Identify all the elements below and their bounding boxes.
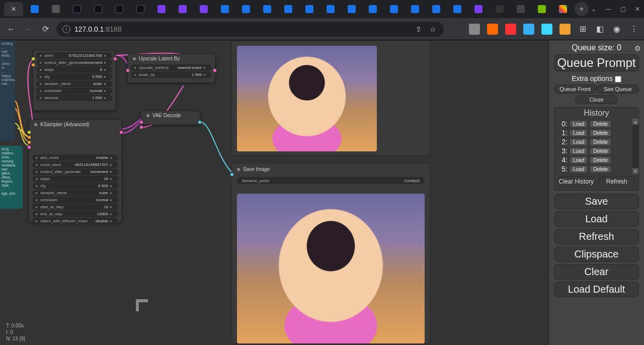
site-info-icon[interactable]: i — [62, 25, 70, 33]
tab[interactable] — [46, 2, 65, 16]
extension-icon[interactable] — [541, 24, 552, 35]
node-widget[interactable]: ◂control_after_generateincrement▸ — [32, 168, 118, 175]
tab[interactable] — [300, 2, 319, 16]
history-load-button[interactable]: Load — [570, 147, 588, 155]
node-widget[interactable]: ◂noise_seed462118145887707▸ — [32, 161, 118, 168]
menu-icon[interactable]: ⋮ — [629, 24, 639, 34]
tab[interactable] — [363, 2, 382, 16]
extension-icon[interactable] — [487, 24, 498, 35]
history-load-button[interactable]: Load — [570, 129, 588, 137]
node-widget[interactable]: ◂cfg8.000▸ — [32, 183, 118, 189]
input-port[interactable] — [27, 135, 31, 139]
tab[interactable] — [194, 2, 213, 16]
node-widget[interactable]: ◂sampler_nameeuler▸ — [36, 80, 112, 87]
tab[interactable] — [110, 2, 129, 16]
input-port[interactable] — [31, 57, 35, 61]
tab[interactable] — [384, 2, 404, 16]
window-close[interactable]: ✕ — [635, 6, 640, 13]
tabs-dropdown-icon[interactable]: ⌄ — [591, 6, 596, 13]
queue-prompt-button[interactable]: Queue Prompt — [554, 54, 639, 71]
node-graph-canvas[interactable]: smiling...soft,RAW,...urredld...happydol… — [0, 40, 548, 345]
tab[interactable] — [342, 2, 361, 16]
share-icon[interactable]: ⇧ — [414, 24, 424, 34]
node-widget[interactable]: ◂sampler_nameeuler▸ — [32, 190, 118, 196]
history-load-button[interactable]: Load — [570, 165, 588, 173]
node-widget[interactable]: ◂schedulernormal▸ — [32, 197, 118, 203]
extension-icon[interactable] — [523, 24, 534, 35]
tab[interactable] — [236, 2, 256, 16]
extra-options-toggle[interactable]: Extra options — [554, 74, 639, 82]
new-tab-button[interactable]: + — [575, 2, 589, 16]
input-port[interactable] — [126, 68, 130, 72]
extension-icon[interactable] — [505, 24, 516, 35]
tab[interactable] — [152, 2, 171, 16]
output-port[interactable] — [213, 68, 217, 72]
tab[interactable] — [490, 2, 509, 16]
load-button[interactable]: Load — [554, 211, 639, 227]
ksampler-node[interactable]: ◂seed578122121881706▸◂control_after_gene… — [33, 50, 116, 111]
input-port[interactable] — [31, 63, 35, 67]
node-widget[interactable]: ◂return_with_leftover_noisedisable▸ — [32, 218, 118, 224]
close-icon[interactable]: ✕ — [11, 6, 16, 13]
scroll-up-icon[interactable]: ▴ — [632, 119, 638, 125]
input-port[interactable] — [230, 172, 234, 177]
tab[interactable] — [215, 2, 234, 16]
tab[interactable] — [258, 2, 277, 16]
history-delete-button[interactable]: Delete — [590, 147, 611, 155]
extensions-button[interactable]: ⊞ — [578, 24, 588, 34]
sidepanel-icon[interactable]: ◧ — [595, 24, 605, 34]
extension-icon[interactable] — [469, 24, 480, 35]
input-port[interactable] — [27, 145, 31, 149]
clear-button[interactable]: Clear — [554, 264, 639, 280]
scroll-down-icon[interactable]: ▾ — [632, 168, 638, 174]
profile-icon[interactable]: ◉ — [612, 24, 622, 34]
history-load-button[interactable]: Load — [570, 138, 588, 146]
tab[interactable] — [448, 2, 467, 16]
tab[interactable] — [427, 2, 446, 16]
tab[interactable] — [67, 2, 87, 16]
save-image-node[interactable]: Save Image filename_prefix ComfyUI — [231, 163, 430, 344]
refresh-button[interactable]: Refresh — [554, 229, 639, 244]
input-port[interactable] — [139, 125, 143, 129]
see-queue-button[interactable]: See Queue — [597, 84, 639, 94]
node-widget[interactable]: ◂cfg5.500▸ — [36, 73, 112, 80]
tab[interactable] — [511, 2, 530, 16]
node-widget[interactable]: ◂end_at_step10000▸ — [32, 211, 118, 217]
node-widget[interactable]: ◂schedulernormal▸ — [36, 88, 112, 94]
close-button[interactable]: Close — [575, 95, 618, 104]
tab[interactable] — [406, 2, 425, 16]
node-widget[interactable]: ◂seed578122121881706▸ — [36, 52, 112, 59]
node-widget[interactable]: ◂start_at_step10▸ — [32, 204, 118, 210]
node-widget[interactable]: ◂upscale_methodnearest-exact▸ — [131, 64, 212, 71]
node-widget[interactable]: ◂denoise1.000▸ — [36, 95, 112, 101]
tab[interactable] — [532, 2, 551, 16]
tab[interactable] — [469, 2, 488, 16]
preview-image-node[interactable] — [231, 40, 430, 156]
input-port[interactable] — [27, 130, 31, 134]
tab[interactable] — [279, 2, 298, 16]
history-delete-button[interactable]: Delete — [590, 138, 611, 146]
node-widget[interactable]: ◂add_noiseenable▸ — [32, 154, 118, 161]
tab[interactable] — [173, 2, 192, 16]
history-delete-button[interactable]: Delete — [590, 165, 611, 173]
window-maximize[interactable]: ▢ — [620, 6, 626, 13]
node-widget[interactable]: ◂steps8▸ — [36, 66, 112, 73]
back-button[interactable]: ← — [5, 23, 17, 35]
output-port[interactable] — [119, 130, 123, 134]
vae-decode-node[interactable]: VAE Decode — [141, 111, 200, 125]
tab[interactable] — [25, 2, 44, 16]
history-delete-button[interactable]: Delete — [590, 120, 611, 128]
output-port[interactable] — [198, 120, 202, 124]
forward-button[interactable]: → — [22, 23, 34, 35]
filename-prefix-widget[interactable]: filename_prefix ComfyUI — [237, 177, 425, 184]
gear-icon[interactable]: ⚙ — [634, 44, 641, 52]
tab[interactable] — [553, 2, 573, 16]
load-default-button[interactable]: Load Default — [554, 282, 639, 297]
extension-icon[interactable] — [559, 24, 571, 35]
history-delete-button[interactable]: Delete — [590, 129, 611, 137]
history-scrollbar[interactable]: ▴ ▾ — [632, 119, 638, 174]
active-tab[interactable]: ✕ — [4, 2, 23, 16]
tab[interactable] — [89, 2, 108, 16]
bookmark-star-icon[interactable]: ☆ — [428, 24, 438, 34]
history-load-button[interactable]: Load — [570, 156, 588, 164]
